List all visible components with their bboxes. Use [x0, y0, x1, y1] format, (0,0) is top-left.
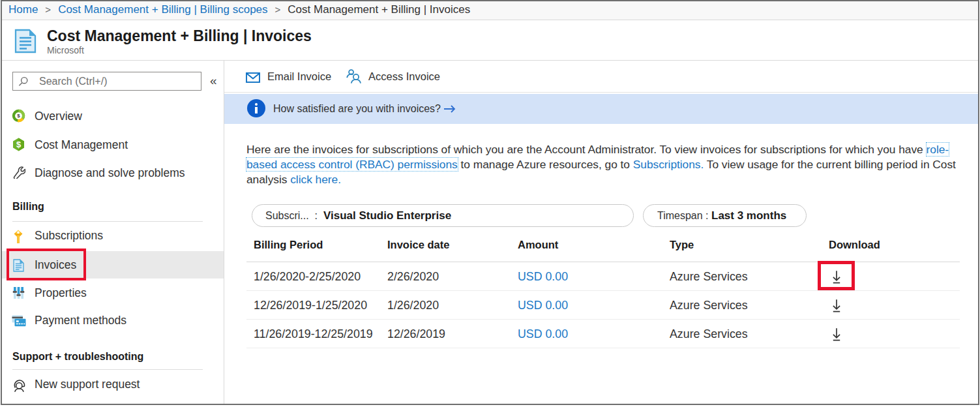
svg-text:$: $	[17, 113, 20, 119]
svg-text:$: $	[16, 140, 22, 149]
